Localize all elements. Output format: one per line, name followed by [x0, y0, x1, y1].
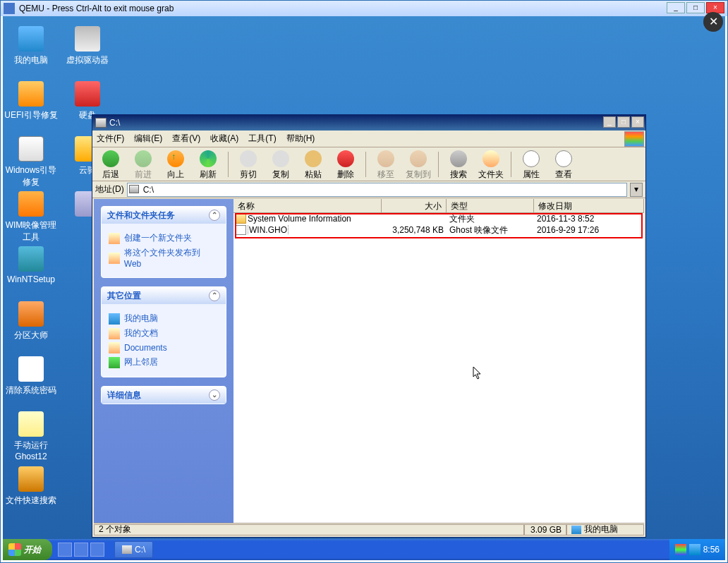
explorer-file-pane[interactable]: 名称 大小 类型 修改日期 System Volume Information文… — [233, 199, 644, 523]
col-name[interactable]: 名称 — [233, 199, 382, 212]
search-icon — [450, 150, 467, 167]
minimize-button[interactable]: _ — [667, 2, 685, 13]
address-input[interactable] — [127, 183, 627, 197]
desktop-icon-label: WIM映像管理工具 — [3, 219, 59, 243]
xp-desktop[interactable]: 我的电脑虚拟驱动器UEFI引导修复硬盘Widnows引导修复云骑WIM映像管理工… — [3, 16, 725, 560]
col-size[interactable]: 大小 — [382, 199, 447, 212]
explorer-close-button[interactable]: × — [631, 116, 644, 128]
task-icon — [109, 233, 120, 244]
delete-button[interactable]: 删除 — [330, 149, 361, 180]
desktop-icon[interactable]: UEFI引导修复 — [3, 78, 59, 128]
quick-launch — [58, 543, 104, 557]
up-button[interactable]: 向上 — [160, 149, 191, 180]
taskbar-task[interactable]: C:\ — [114, 541, 153, 558]
desktop-icon[interactable]: 虚拟驱动器 — [59, 23, 116, 73]
menu-edit[interactable]: 编辑(E) — [134, 133, 162, 145]
desktop-icon-label: UEFI引导修复 — [3, 109, 59, 121]
other-places-header[interactable]: 其它位置⌃ — [102, 287, 226, 304]
drive-icon — [95, 118, 107, 128]
sidebar-place-link[interactable]: Documents — [109, 342, 219, 353]
qemu-icon — [4, 3, 15, 14]
col-type[interactable]: 类型 — [447, 199, 534, 212]
col-date[interactable]: 修改日期 — [534, 199, 644, 212]
qemu-titlebar[interactable]: QEMU - Press Ctrl-Alt to exit mouse grab… — [1, 1, 727, 16]
sidebar-task-link[interactable]: 将这个文件夹发布到 Web — [109, 247, 219, 269]
qemu-title-text: QEMU - Press Ctrl-Alt to exit mouse grab — [19, 4, 174, 13]
ql-item[interactable] — [90, 543, 104, 557]
explorer-maximize-button[interactable]: □ — [617, 116, 630, 128]
tasks-panel-header[interactable]: 文件和文件夹任务⌃ — [102, 207, 226, 224]
forward-button: 前进 — [128, 149, 159, 180]
other-places-panel: 其它位置⌃ 我的电脑我的文档Documents网上邻居 — [101, 286, 226, 377]
sidebar-place-link[interactable]: 网上邻居 — [109, 356, 219, 368]
copyto-button: 复制到 — [403, 149, 434, 180]
ql-item[interactable] — [58, 543, 72, 557]
ql-item[interactable] — [74, 543, 88, 557]
menu-view[interactable]: 查看(V) — [172, 133, 200, 145]
menu-fav[interactable]: 收藏(A) — [210, 133, 238, 145]
file-row[interactable]: WIN.GHO3,250,748 KBGhost 映像文件2016-9-29 1… — [233, 224, 644, 236]
overlay-close-icon[interactable]: ✕ — [703, 12, 723, 32]
tray-clock: 8:56 — [703, 545, 720, 555]
maximize-button[interactable]: □ — [686, 2, 705, 13]
sidebar-task-link[interactable]: 创建一个新文件夹 — [109, 232, 219, 244]
view-icon — [555, 150, 572, 167]
start-button[interactable]: 开始 — [3, 539, 52, 560]
view-button[interactable]: 查看 — [548, 149, 579, 180]
file-name: System Volume Information — [248, 214, 383, 224]
copy-button[interactable]: 复制 — [265, 149, 296, 180]
tray-icon[interactable] — [689, 544, 700, 555]
sidebar-place-link[interactable]: 我的文档 — [109, 327, 219, 339]
menu-help[interactable]: 帮助(H) — [286, 133, 315, 145]
file-date: 2016-9-29 17:26 — [535, 225, 599, 235]
file-icon — [235, 225, 246, 235]
refresh-button[interactable]: 刷新 — [193, 149, 224, 180]
sidebar-place-link[interactable]: 我的电脑 — [109, 313, 219, 325]
address-drive-icon — [129, 185, 139, 193]
address-dropdown-button[interactable]: ▾ — [630, 183, 643, 197]
task-icon — [109, 253, 120, 264]
folders-button[interactable]: 文件夹 — [475, 149, 506, 180]
qemu-window: QEMU - Press Ctrl-Alt to exit mouse grab… — [0, 0, 728, 563]
system-tray: 8:56 — [669, 539, 725, 560]
file-date: 2016-11-3 8:52 — [535, 214, 594, 224]
desktop-icon[interactable]: Widnows引导修复 — [3, 133, 59, 183]
details-panel-header[interactable]: 详细信息⌄ — [102, 387, 226, 404]
menu-tool[interactable]: 工具(T) — [248, 133, 276, 145]
paste-button[interactable]: 粘贴 — [298, 149, 329, 180]
desktop-icon-image — [18, 466, 44, 492]
desktop-icon[interactable]: 分区大师 — [3, 298, 59, 348]
properties-icon — [523, 150, 540, 167]
back-button[interactable]: 后退 — [95, 149, 126, 180]
explorer-toolbar: 后退 前进 向上 刷新 剪切 复制 粘贴 删除 移至 复制到 搜索 文件夹 属性… — [92, 147, 645, 181]
menu-file[interactable]: 文件(F) — [97, 133, 124, 145]
explorer-minimize-button[interactable]: _ — [603, 116, 616, 128]
explorer-titlebar[interactable]: C:\ _ □ × — [92, 115, 645, 131]
chevron-down-icon: ⌄ — [209, 389, 220, 401]
desktop-icon-image — [18, 81, 44, 107]
properties-button[interactable]: 属性 — [516, 149, 547, 180]
desktop-icon[interactable]: 手动运行Ghost12 — [3, 408, 59, 458]
desktop-icon-label: Widnows引导修复 — [3, 164, 59, 188]
desktop-icon[interactable]: WinNTSetup — [3, 243, 59, 293]
forward-icon — [135, 150, 152, 167]
desktop-icon[interactable]: 我的电脑 — [3, 23, 59, 73]
cut-icon — [240, 150, 257, 167]
desktop-icon[interactable]: WIM映像管理工具 — [3, 188, 59, 238]
refresh-icon — [200, 150, 217, 167]
desktop-icon-image — [18, 136, 44, 162]
place-icon — [109, 357, 120, 368]
search-button[interactable]: 搜索 — [443, 149, 474, 180]
desktop-icon-label: 虚拟驱动器 — [59, 54, 116, 66]
back-icon — [102, 150, 119, 167]
desktop-icon-image — [18, 356, 44, 382]
tray-icon[interactable] — [675, 544, 686, 555]
cut-button[interactable]: 剪切 — [233, 149, 264, 180]
desktop-icon[interactable]: 文件快速搜索 — [3, 464, 59, 513]
taskbar: 开始 C:\ 8:56 — [3, 539, 725, 560]
moveto-icon — [377, 150, 394, 167]
desktop-icon-image — [18, 411, 44, 437]
desktop-icon[interactable]: 清除系统密码 — [3, 353, 59, 403]
file-row[interactable]: System Volume Information文件夹2016-11-3 8:… — [233, 213, 644, 224]
chevron-up-icon: ⌃ — [209, 290, 220, 301]
